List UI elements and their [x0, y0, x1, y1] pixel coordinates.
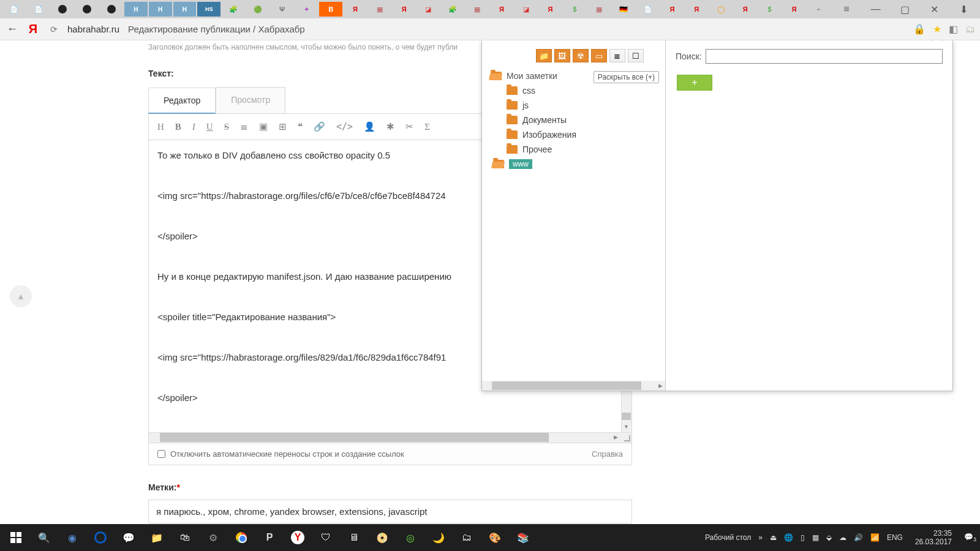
tab-preview[interactable]: Просмотр: [216, 87, 285, 113]
resize-grip-icon[interactable]: [623, 434, 630, 441]
desktop-toolbar-label[interactable]: Рабочий стол: [705, 533, 751, 542]
scrollbar-thumb[interactable]: [492, 381, 641, 390]
browser-tab[interactable]: 🧩: [222, 2, 245, 17]
protect-icon[interactable]: 🔒: [913, 23, 925, 35]
taskbar-app-store[interactable]: 🛍: [173, 527, 197, 549]
search-input[interactable]: [706, 49, 943, 64]
taskbar-app[interactable]: ◎: [398, 527, 423, 549]
tree-item[interactable]: js: [491, 98, 659, 113]
browser-tab[interactable]: ▦: [466, 2, 489, 17]
popup-tool-button[interactable]: ☢: [573, 49, 589, 62]
browser-tab[interactable]: Ψ: [271, 2, 294, 17]
browser-tab[interactable]: Я: [734, 2, 757, 17]
url-host[interactable]: habrahabr.ru: [67, 24, 119, 34]
toolbar-insert-button[interactable]: ⊞: [279, 121, 287, 132]
toolbar-strike-button[interactable]: S: [224, 122, 229, 132]
scrollbar-down-arrow-icon[interactable]: ▼: [621, 422, 631, 432]
taskbar-app-terminal[interactable]: 🖥: [342, 527, 366, 549]
bookmark-star-icon[interactable]: ★: [933, 23, 941, 35]
browser-tab[interactable]: Я: [393, 2, 416, 17]
taskbar-app[interactable]: ◉: [60, 527, 85, 549]
taskbar-app[interactable]: P: [257, 527, 282, 549]
taskbar-app[interactable]: 📀: [370, 527, 394, 549]
scrollbar-right-arrow-icon[interactable]: ▶: [655, 381, 665, 391]
browser-tab[interactable]: ▦: [587, 2, 611, 17]
taskbar-app-edge[interactable]: [88, 527, 113, 549]
tray-icon[interactable]: ⬙: [826, 533, 832, 542]
browser-tab[interactable]: ◪: [514, 2, 538, 17]
browser-tab[interactable]: $: [758, 2, 782, 17]
toolbar-italic-button[interactable]: I: [192, 122, 195, 132]
scrollbar-right-arrow-icon[interactable]: ▶: [611, 432, 621, 443]
toolbar-bold-button[interactable]: B: [175, 122, 181, 132]
tree-item-www[interactable]: www: [491, 157, 659, 171]
browser-menu-button[interactable]: ≡: [832, 0, 861, 18]
toolbar-formula-button[interactable]: Σ: [424, 122, 430, 132]
tree-item[interactable]: css: [491, 83, 659, 98]
tags-input[interactable]: [148, 500, 632, 523]
start-button[interactable]: [4, 527, 28, 549]
tree-item[interactable]: Изображения: [491, 127, 659, 142]
browser-tab[interactable]: H: [124, 2, 148, 17]
scrollbar-thumb[interactable]: [160, 433, 549, 442]
browser-tab[interactable]: [51, 2, 75, 17]
toolbar-heading-button[interactable]: H: [157, 122, 164, 132]
taskbar-app[interactable]: 🎨: [483, 527, 507, 549]
tree-item[interactable]: Документы: [491, 113, 659, 127]
chevron-right-icon[interactable]: »: [758, 533, 763, 542]
window-maximize-button[interactable]: ▢: [891, 0, 919, 18]
toolbar-link-button[interactable]: 🔗: [314, 121, 325, 132]
downloads-button[interactable]: ⬇: [949, 0, 978, 18]
tray-icon[interactable]: ▦: [812, 533, 819, 542]
tray-network-icon[interactable]: 📶: [870, 533, 880, 542]
browser-tab[interactable]: 🟢: [246, 2, 270, 17]
tree-item[interactable]: Прочее: [491, 142, 659, 157]
tab-editor[interactable]: Редактор: [148, 88, 216, 114]
sidebar-toggle-icon[interactable]: ◧: [949, 23, 958, 35]
toolbar-list-button[interactable]: ≣: [240, 121, 248, 132]
popup-horizontal-scrollbar[interactable]: ▶: [482, 381, 665, 391]
browser-tab[interactable]: Я: [661, 2, 684, 17]
add-note-button[interactable]: +: [677, 75, 712, 91]
taskbar-app-winrar[interactable]: 📚: [511, 527, 535, 549]
taskbar-app[interactable]: 🌙: [426, 527, 451, 549]
toolbar-habracut-button[interactable]: ✱: [386, 121, 394, 132]
browser-tab[interactable]: Я: [783, 2, 806, 17]
tray-icon[interactable]: ▯: [801, 533, 805, 542]
browser-tab[interactable]: 📄: [636, 2, 660, 17]
extension-notes-icon[interactable]: 🗂: [965, 24, 975, 35]
tray-language[interactable]: ENG: [887, 533, 903, 542]
popup-tool-button[interactable]: ▭: [591, 49, 607, 62]
toolbar-image-button[interactable]: ▣: [259, 121, 268, 132]
back-button[interactable]: ←: [5, 23, 20, 36]
disable-autolinks-input[interactable]: [157, 450, 165, 458]
tray-icon[interactable]: ⏏: [770, 533, 777, 542]
window-close-button[interactable]: ✕: [920, 0, 948, 18]
browser-tab[interactable]: Я: [539, 2, 562, 17]
browser-tab[interactable]: 🇩🇪: [612, 2, 635, 17]
scroll-to-top-button[interactable]: ▲: [10, 285, 32, 307]
taskbar-app[interactable]: 💬: [116, 527, 141, 549]
toolbar-quote-button[interactable]: ❝: [298, 121, 303, 132]
toolbar-user-button[interactable]: 👤: [364, 121, 375, 132]
popup-tool-button[interactable]: ≣: [609, 49, 625, 62]
toolbar-code-button[interactable]: </>: [336, 121, 353, 132]
tray-icon[interactable]: 🌐: [784, 533, 793, 542]
taskbar-app-explorer[interactable]: 📁: [145, 527, 169, 549]
popup-tool-button[interactable]: 🖼: [554, 49, 570, 62]
browser-tab[interactable]: Я: [685, 2, 708, 17]
browser-tab[interactable]: H: [173, 2, 197, 17]
browser-tab[interactable]: Я: [344, 2, 367, 17]
new-tab-button[interactable]: +: [807, 2, 830, 17]
toolbar-underline-button[interactable]: U: [206, 122, 213, 132]
tray-volume-icon[interactable]: 🔊: [854, 533, 863, 542]
browser-tab[interactable]: 🧩: [441, 2, 464, 17]
taskbar-app[interactable]: 🗂: [454, 527, 479, 549]
tray-notifications-icon[interactable]: 💬3: [964, 533, 976, 542]
browser-tab[interactable]: ◪: [417, 2, 440, 17]
browser-tab[interactable]: ✦: [295, 2, 318, 17]
scrollbar-thumb[interactable]: [622, 413, 631, 420]
popup-tool-button[interactable]: ☐: [628, 49, 644, 62]
browser-tab[interactable]: 📄: [27, 2, 50, 17]
expand-all-button[interactable]: Раскрыть все (+): [594, 71, 659, 83]
